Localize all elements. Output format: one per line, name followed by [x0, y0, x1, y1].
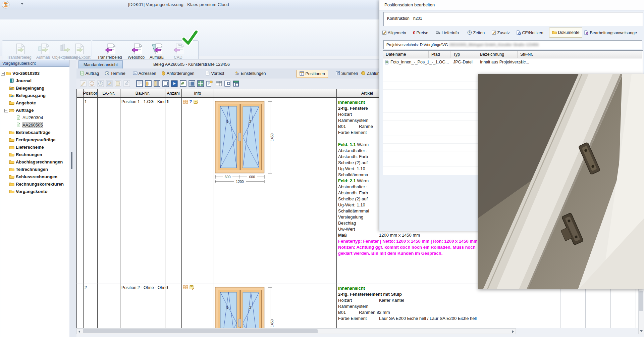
col-header-bau-nr[interactable]: Bau-Nr.: [120, 89, 165, 98]
tree-item-rechnungskorrekturen[interactable]: Rechnungskorrekturen: [9, 181, 64, 187]
tab-summen[interactable]: Summen: [335, 70, 358, 77]
tree-item-betriebsauftraege[interactable]: Betriebsaufträge: [9, 130, 50, 136]
list-view-icon[interactable]: [136, 80, 143, 87]
file-col-typ[interactable]: Typ: [450, 51, 477, 58]
tree-item-vorgangskonto[interactable]: Vorgangskonto: [9, 189, 47, 195]
price-icon[interactable]: [89, 80, 95, 87]
tab-einstellungen[interactable]: Einstellungen: [235, 70, 266, 77]
tab-mandantenansicht[interactable]: Mandantenansicht: [78, 60, 123, 69]
tree-item-lieferscheine[interactable]: Lieferscheine: [9, 144, 44, 150]
note-icon[interactable]: [193, 99, 198, 104]
tree-item-auftraege[interactable]: Aufträge: [9, 107, 34, 113]
preview-icon[interactable]: [171, 80, 178, 87]
document-icon: [16, 115, 21, 120]
attachment-icon[interactable]: [115, 80, 121, 87]
tree-panel-title: Vorgangsübersicht: [2, 61, 36, 66]
collapse-icon[interactable]: [1, 72, 5, 76]
column-layout-icon[interactable]: [224, 80, 231, 87]
barcode-view-icon[interactable]: [189, 80, 195, 87]
tree-item-angebote[interactable]: Angebote: [9, 100, 36, 106]
info-view-icon[interactable]: [145, 80, 152, 87]
col-header-lv-nr[interactable]: LV.-Nr.: [97, 89, 120, 98]
import-webshop-button[interactable]: Webshop: [126, 43, 147, 60]
dialog-tab-allgemein[interactable]: Allgemein: [382, 29, 406, 37]
tab-adressen[interactable]: Adressen: [133, 70, 156, 77]
col-header-info[interactable]: Info: [181, 89, 214, 98]
tree-item-journal[interactable]: Journal: [9, 78, 32, 84]
file-col-bezeichnung[interactable]: Bezeichnung: [477, 51, 518, 58]
table-view-icon[interactable]: [215, 80, 222, 87]
dialog-tab-ce-notizen[interactable]: CE/Notizen: [516, 29, 543, 37]
dialog-tab-zusatz[interactable]: Zusatz: [491, 29, 510, 37]
tree-item-fertigungsauftraege[interactable]: Fertigungsaufträge: [9, 137, 55, 143]
truck-icon: [436, 30, 440, 35]
edit-position-icon[interactable]: [80, 80, 87, 87]
splitter-grip[interactable]: [71, 152, 72, 169]
window-pair-icon[interactable]: [183, 99, 188, 104]
dialog-tab-preise[interactable]: € Preise: [413, 29, 428, 37]
note-icon[interactable]: [189, 285, 194, 290]
process-tree: VG-26010303 Journal Belegeingang Belegau…: [0, 67, 70, 337]
import-transferbeleg-button[interactable]: Transferbeleg: [94, 43, 125, 60]
tree-item-vorgang-root[interactable]: VG-26010303: [3, 70, 40, 77]
file-col-dateiname[interactable]: Dateiname: [383, 51, 429, 58]
export-transferbeleg-button[interactable]: Transferbeleg: [4, 43, 35, 60]
dialog-titlebar[interactable]: Positionsdaten bearbeiten: [379, 0, 644, 10]
row-select-header: [76, 89, 83, 98]
tab-anforderungen[interactable]: Anforderungen: [161, 70, 195, 77]
time-icon[interactable]: [97, 80, 104, 87]
glass-structure-icon[interactable]: [197, 80, 204, 87]
tree-item-au260304[interactable]: AU260304: [16, 115, 43, 121]
klaes-app-logo[interactable]: [2, 1, 10, 9]
question-info-icon[interactable]: ?: [189, 99, 192, 104]
tree-item-schlussrechnungen[interactable]: Schlussrechnungen: [9, 174, 57, 180]
col-header-position[interactable]: Position: [83, 89, 97, 98]
panel-splitter[interactable]: [69, 60, 76, 337]
tab-positionen[interactable]: Positionen: [297, 70, 328, 78]
new-document-icon[interactable]: [206, 80, 213, 87]
folder-inbox-icon: [9, 86, 14, 90]
dialog-tab-lieferinfo[interactable]: Lieferinfo: [436, 29, 459, 37]
sum-icon: [335, 71, 340, 76]
dialog-tab-dokumente[interactable]: Dokumente: [549, 28, 582, 38]
tab-auftrag[interactable]: Auftrag: [80, 70, 99, 77]
col-header-anzahl[interactable]: Anzahl: [165, 89, 181, 98]
file-row[interactable]: Foto_innen_-_Pos_1_-_1.OG... JPG-Datei I…: [383, 58, 643, 66]
tab-termine[interactable]: Termine: [105, 70, 125, 77]
dimensions-view-icon[interactable]: [154, 80, 160, 87]
export-planer-export-button[interactable]: Planer-Export: [65, 43, 91, 60]
row-layout-icon[interactable]: [233, 80, 239, 87]
horizontal-scrollbar[interactable]: [76, 328, 516, 334]
row1-bau-nr: Position 1 - 1.OG - Kind 1: [121, 99, 169, 104]
file-col-pfad[interactable]: Pfad: [429, 51, 450, 58]
folder-icon: [552, 30, 557, 35]
tree-item-abschlagsrechnungen[interactable]: Abschlagsrechnungen: [9, 159, 63, 165]
table-row[interactable]: 2 Position 2 - Ohne - Ohne 1 Innenansich…: [76, 284, 644, 328]
export-aufmass-button[interactable]: Aufmaß: [35, 43, 52, 60]
collapse-icon[interactable]: [4, 109, 8, 112]
tree-item-belegeingang[interactable]: Belegeingang: [9, 85, 44, 91]
print-icon[interactable]: [123, 80, 130, 87]
frame-view-icon[interactable]: [162, 80, 169, 87]
file-col-stk-nr[interactable]: Stk-Nr.: [518, 51, 642, 58]
note-edit-icon[interactable]: [106, 80, 113, 87]
dialog-tab-zeiten[interactable]: Zeiten: [467, 29, 485, 37]
tree-item-aa260505[interactable]: AA260505: [16, 122, 43, 128]
tree-item-teilrechnungen[interactable]: Teilrechnungen: [9, 166, 48, 173]
scroll-left-arrow-icon[interactable]: [78, 330, 80, 333]
scroll-down-arrow-icon[interactable]: [640, 330, 643, 332]
quick-access-dropdown-icon[interactable]: [21, 3, 23, 5]
window-pair-icon[interactable]: [183, 285, 188, 290]
tree-item-belegausgang[interactable]: Belegausgang: [9, 93, 46, 99]
horizontal-scrollbar-thumb[interactable]: [83, 329, 318, 333]
tree-panel-header[interactable]: Vorgangsübersicht: [0, 60, 69, 67]
dialog-tab-bearbeitungsanweisungen[interactable]: Bearbeitungsanweisunge: [584, 29, 637, 37]
tree-item-rechnungen[interactable]: Rechnungen: [9, 152, 42, 158]
import-aufmass-button[interactable]: Aufmaß: [147, 43, 166, 60]
tab-vortext[interactable]: Vortext: [205, 70, 224, 77]
attachment-view-icon[interactable]: [180, 80, 186, 87]
row1-notes: Fenstertyp: Fenster | Netto: 1200 x 1450…: [338, 238, 482, 256]
vertical-scrollbar-thumb[interactable]: [639, 291, 643, 311]
scroll-right-arrow-icon[interactable]: [512, 330, 514, 333]
tab-beleg-aa260505[interactable]: Beleg AA260505 - Künsterstraße 123456: [149, 60, 234, 68]
